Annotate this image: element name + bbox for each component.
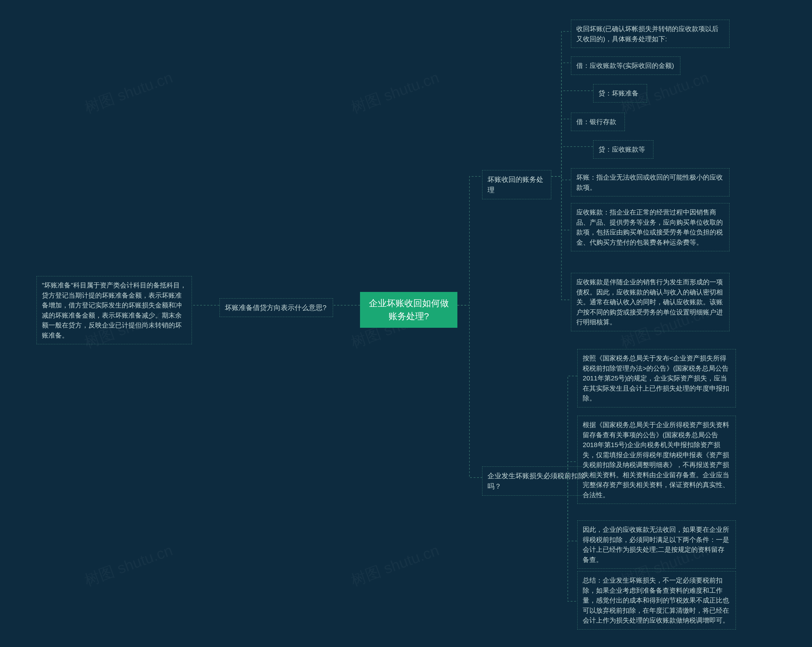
watermark: 树图 shutu.cn [348,540,442,591]
branch1-item-0: 收回坏账(已确认坏帐损失并转销的应收款项以后又收回的)，具体账务处理如下: [571,20,730,48]
branch1-item-5: 坏账：指企业无法收回或收回的可能性极小的应收款项。 [571,168,730,196]
watermark: 树图 shutu.cn [82,67,176,118]
branch1-item-2: 贷：坏账准备 [593,84,647,102]
branch1-item-3: 借：银行存款 [571,113,625,131]
watermark: 树图 shutu.cn [348,67,442,118]
watermark: 树图 shutu.cn [82,540,176,591]
branch1-item-7: 应收账款是伴随企业的销售行为发生而形成的一项债权。因此，应收账款的确认与收入的确… [571,273,730,331]
branch1-item-1: 借：应收账款等(实际收回的金额) [571,57,680,75]
branch2-item-3: 总结：企业发生坏账损失，不一定必须要税前扣除，如果企业考虑到准备备查资料的难度和… [577,571,736,630]
branch2-item-1: 根据《国家税务总局关于企业所得税资产损失资料留存备查有关事项的公告》(国家税务总… [577,416,736,504]
branch2-item-2: 因此，企业的应收账款无法收回，如果要在企业所得税税前扣除，必须同时满足以下两个条… [577,520,736,569]
branch1-item-4: 贷：应收账款等 [593,140,653,159]
branch2-item-0: 按照《国家税务总局关于发布<企业资产损失所得税税前扣除管理办法>的公告》(国家税… [577,349,736,407]
right-branch-1: 坏账收回的账务处理 [482,170,551,199]
left-branch: 坏账准备借贷方向表示什么意思? [220,298,333,317]
root-node: 企业坏账收回如何做账务处理? [360,292,457,328]
left-leaf: "坏账准备"科目属于资产类会计科目的备抵科目，贷方登记当期计提的坏账准备金额，表… [37,276,192,344]
branch1-item-6: 应收账款：指企业在正常的经营过程中因销售商品、产品、提供劳务等业务，应向购买单位… [571,203,730,251]
